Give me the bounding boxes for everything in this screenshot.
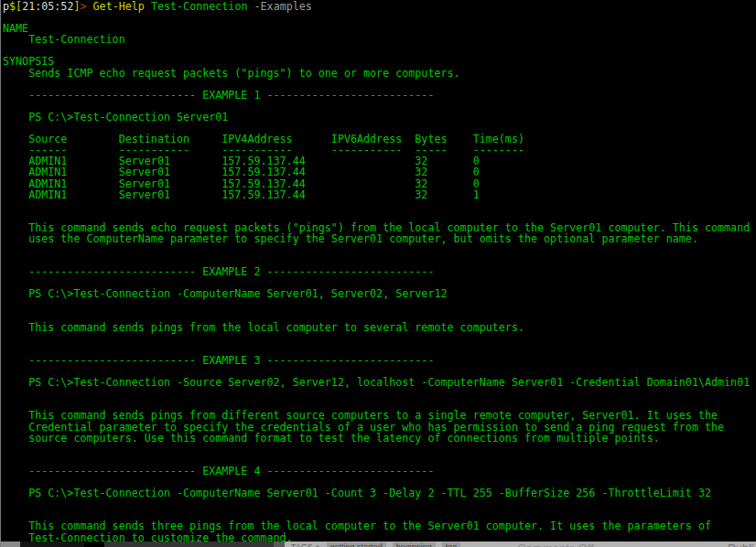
prompt-segment: Test-Connection xyxy=(151,1,248,13)
prompt-segment: 21:05:52 xyxy=(22,1,73,13)
prompt-segment: > xyxy=(80,1,86,13)
terminal-output: p$[21:05:52]> Get-Help Test-Connection -… xyxy=(3,1,756,547)
terminal-window: p$[21:05:52]> Get-Help Test-Connection -… xyxy=(0,0,756,547)
prompt-segment xyxy=(87,1,93,13)
dark-bar-segment xyxy=(1,542,20,547)
prompt-segment xyxy=(247,1,254,13)
prompt-segment: -Examples xyxy=(254,1,312,13)
dark-bar-segment xyxy=(20,542,84,547)
publish-label: Publi xyxy=(728,542,754,547)
comments-off-link[interactable]: Comments Off xyxy=(517,542,594,547)
prompt-segment: p xyxy=(3,1,9,13)
tag-tea[interactable]: tea xyxy=(442,542,461,547)
prompt-line: p$[21:05:52]> Get-Help Test-Connection -… xyxy=(3,1,756,12)
dark-bar-segment xyxy=(104,542,274,547)
tag-beginning[interactable]: beginning xyxy=(393,542,436,547)
background-webpage-strip: TAGS + getting started beginning tea Com… xyxy=(1,542,756,547)
tags-label: TAGS + xyxy=(291,542,320,547)
background-dark-bar xyxy=(1,542,285,547)
dark-bar-segment xyxy=(274,542,285,547)
tag-getting-started[interactable]: getting started xyxy=(327,542,386,547)
dark-bar-segment xyxy=(84,542,104,547)
prompt-segment: Get-Help xyxy=(93,1,145,13)
prompt-segment xyxy=(145,1,151,13)
help-output-text: NAME Test-Connection SYNOPSIS Sends ICMP… xyxy=(3,12,756,543)
background-page-content: TAGS + getting started beginning tea Com… xyxy=(285,542,756,547)
